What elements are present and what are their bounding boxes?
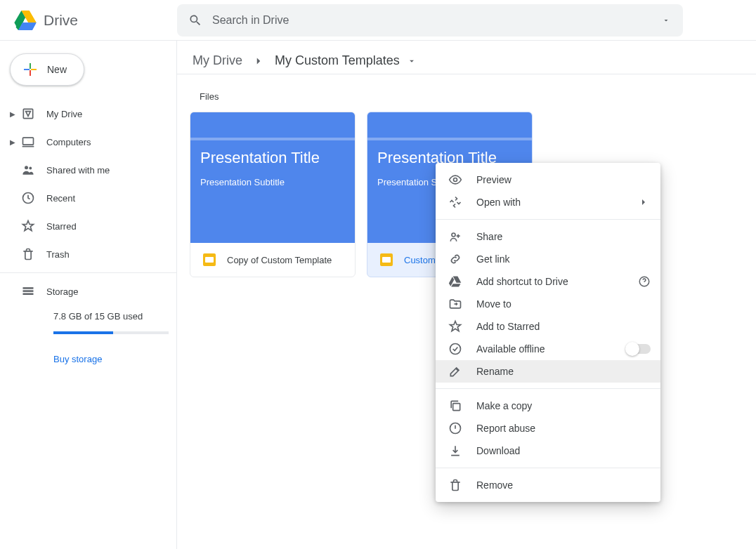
ctx-label: Preview	[476, 174, 511, 185]
svg-point-11	[454, 178, 457, 182]
expand-icon[interactable]: ▶	[8, 138, 17, 146]
ctx-label: Available offline	[476, 343, 545, 355]
sidebar-item-trash[interactable]: Trash	[0, 240, 176, 268]
sidebar-item-recent[interactable]: Recent	[0, 184, 176, 212]
recent-icon	[20, 190, 37, 206]
svg-point-6	[29, 167, 32, 170]
svg-point-12	[452, 233, 455, 237]
storage-block: 7.8 GB of 15 GB used Buy storage	[0, 305, 176, 364]
breadcrumb-current[interactable]: My Custom Templates	[275, 53, 417, 68]
svg-rect-8	[23, 287, 34, 289]
ctx-remove[interactable]: Remove	[436, 474, 660, 496]
chevron-right-icon	[638, 197, 649, 208]
svg-rect-9	[23, 290, 34, 292]
sidebar-item-label: Starred	[46, 221, 77, 232]
file-card[interactable]: Presentation Title Presentation Subtitle…	[190, 112, 356, 277]
slides-icon	[380, 253, 393, 266]
app-header: Drive	[0, 0, 756, 41]
file-thumbnail: Presentation Title Presentation Subtitle	[190, 112, 355, 243]
offline-toggle[interactable]	[627, 344, 651, 354]
logo[interactable]: Drive	[14, 11, 177, 30]
shared-icon	[20, 161, 37, 178]
chevron-right-icon	[252, 55, 265, 67]
link-icon	[447, 251, 464, 267]
file-name: Copy of Custom Template	[227, 255, 332, 265]
file-label: Copy of Custom Template	[190, 243, 355, 277]
logo-text: Drive	[44, 12, 78, 29]
sidebar-item-label: My Drive	[46, 109, 82, 119]
search-box[interactable]	[177, 4, 683, 37]
svg-rect-4	[23, 138, 34, 145]
trash-icon	[20, 246, 37, 263]
ctx-report-abuse[interactable]: Report abuse	[436, 417, 660, 439]
star-icon	[447, 318, 464, 335]
search-dropdown-icon[interactable]	[662, 16, 670, 25]
ctx-available-offline[interactable]: Available offline	[436, 338, 660, 360]
ctx-label: Make a copy	[476, 400, 532, 411]
drive-shortcut-icon	[447, 273, 464, 290]
ctx-add-shortcut[interactable]: Add shortcut to Drive	[436, 270, 660, 293]
sidebar-item-label: Trash	[46, 249, 70, 260]
ctx-share[interactable]: Share	[436, 225, 660, 248]
ctx-move-to[interactable]: Move to	[436, 293, 660, 315]
ctx-label: Move to	[476, 298, 511, 310]
sidebar-item-computers[interactable]: ▶ Computers	[0, 128, 176, 156]
download-icon	[447, 442, 464, 459]
storage-icon	[20, 283, 37, 300]
svg-rect-15	[453, 404, 460, 411]
plus-icon	[22, 61, 39, 78]
sidebar-item-my-drive[interactable]: ▶ My Drive	[0, 100, 176, 128]
svg-rect-10	[23, 293, 34, 296]
chevron-down-icon	[407, 56, 417, 66]
thumb-subtitle: Presentation Subtitle	[200, 177, 345, 187]
breadcrumb-root[interactable]: My Drive	[193, 53, 242, 68]
copy-icon	[447, 397, 464, 414]
trash-icon	[447, 477, 464, 494]
sidebar-item-starred[interactable]: Starred	[0, 212, 176, 240]
help-icon[interactable]	[638, 275, 651, 288]
new-button-label: New	[47, 64, 67, 75]
slides-icon	[203, 253, 216, 266]
sidebar-item-label: Storage	[46, 286, 79, 297]
storage-bar	[53, 331, 169, 334]
storage-usage-text: 7.8 GB of 15 GB used	[53, 311, 176, 322]
ctx-label: Report abuse	[476, 423, 535, 434]
expand-icon[interactable]: ▶	[8, 110, 17, 118]
ctx-add-to-starred[interactable]: Add to Starred	[436, 315, 660, 338]
sidebar-item-label: Recent	[46, 193, 75, 204]
ctx-label: Share	[476, 231, 502, 242]
ctx-make-a-copy[interactable]: Make a copy	[436, 395, 660, 417]
storage-bar-fill	[53, 331, 113, 334]
eye-icon	[447, 171, 464, 188]
sidebar-item-label: Shared with me	[46, 165, 110, 176]
search-input[interactable]	[212, 14, 672, 27]
svg-point-14	[450, 344, 461, 355]
context-menu: Preview Open with Share Get link Add sho…	[436, 163, 660, 502]
ctx-open-with[interactable]: Open with	[436, 191, 660, 213]
ctx-download[interactable]: Download	[436, 439, 660, 462]
buy-storage-link[interactable]: Buy storage	[53, 354, 102, 364]
new-button[interactable]: New	[10, 53, 84, 86]
share-icon	[447, 228, 464, 245]
sidebar-item-shared[interactable]: Shared with me	[0, 156, 176, 184]
ctx-separator	[436, 468, 660, 468]
report-icon	[447, 420, 464, 437]
ctx-separator	[436, 388, 660, 389]
files-section-label: Files	[200, 91, 756, 102]
ctx-rename[interactable]: Rename	[436, 360, 660, 383]
sidebar-item-label: Computers	[46, 137, 91, 147]
ctx-label: Remove	[476, 479, 513, 491]
sidebar: New ▶ My Drive ▶ Computers Shared with m…	[0, 41, 177, 549]
ctx-preview[interactable]: Preview	[436, 168, 660, 191]
ctx-get-link[interactable]: Get link	[436, 248, 660, 270]
sidebar-separator	[0, 272, 176, 273]
sidebar-item-storage[interactable]: Storage	[0, 277, 176, 305]
ctx-label: Open with	[476, 197, 521, 208]
rename-icon	[447, 363, 464, 380]
breadcrumb-current-label: My Custom Templates	[275, 53, 400, 68]
move-icon	[447, 296, 464, 312]
star-icon	[20, 218, 37, 234]
ctx-label: Rename	[476, 366, 514, 377]
thumb-title: Presentation Title	[200, 149, 345, 167]
drive-logo-icon	[14, 11, 37, 30]
